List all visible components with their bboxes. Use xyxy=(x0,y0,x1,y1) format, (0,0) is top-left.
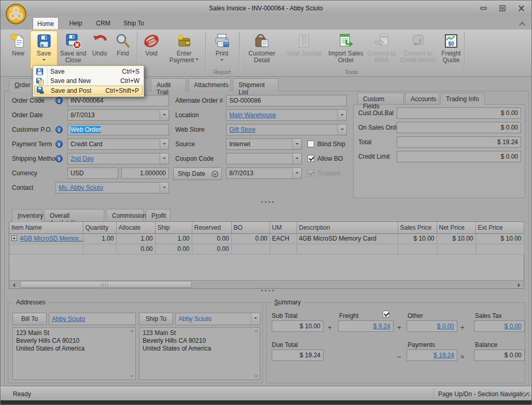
allow-bo-checkbox[interactable] xyxy=(307,155,314,162)
payments-field[interactable]: $ 19.24 xyxy=(407,350,457,361)
freight-quote-button[interactable]: $0 Freight Quote xyxy=(439,31,463,69)
tab-overall-availability[interactable]: Overall Availability xyxy=(44,209,104,222)
print-button[interactable]: Print xyxy=(208,31,235,69)
ribbon-tab-crm[interactable]: CRM xyxy=(91,17,116,30)
tab-profit[interactable]: Profit xyxy=(146,209,171,222)
scroll-down-icon[interactable] xyxy=(130,375,134,378)
ribbon-tab-ship-to[interactable]: Ship To xyxy=(119,17,149,30)
enter-payment-button[interactable]: Enter Payment xyxy=(164,31,204,69)
bill-to-name-field[interactable]: Abby Sciuto xyxy=(49,313,136,325)
save-and-close-button[interactable]: Save and Close xyxy=(59,31,88,69)
col-sales-price[interactable]: Sales Price xyxy=(398,222,437,233)
payment-term-combo[interactable]: Credit Card xyxy=(67,138,169,150)
import-sales-order-button[interactable]: Import Sales Order xyxy=(326,31,366,69)
dropdown-arrow-icon[interactable] xyxy=(251,313,260,325)
dropdown-arrow-icon[interactable] xyxy=(160,139,169,149)
menu-item-save[interactable]: Save Ctrl+S xyxy=(34,67,143,76)
ship-date-combo[interactable]: 8/7/2013 xyxy=(226,167,302,179)
ship-to-name-combo[interactable]: Abby Sciuto xyxy=(175,313,260,325)
shipping-method-info-icon[interactable] xyxy=(55,155,63,162)
grid-header-row[interactable]: Item Name Quantity Allocate Ship Reserve… xyxy=(9,222,524,233)
scroll-right-arrow-icon[interactable] xyxy=(516,281,524,288)
new-button[interactable]: New xyxy=(8,31,29,69)
scrollbar-thumb[interactable] xyxy=(20,281,192,288)
source-combo[interactable]: Internet xyxy=(226,138,302,150)
void-button[interactable]: VOID Void xyxy=(139,31,163,69)
contact-combo[interactable]: Ms. Abby Sciuto xyxy=(55,182,169,193)
menu-item-save-and-post[interactable]: Save and Post Ctrl+Shift+P xyxy=(34,86,143,95)
location-combo[interactable]: Main Warehouse xyxy=(226,109,347,121)
exchange-rate-field[interactable]: 1.000000 xyxy=(121,167,169,179)
dropdown-arrow-icon[interactable] xyxy=(160,153,169,164)
col-ship[interactable]: Ship xyxy=(155,222,192,233)
ship-to-button[interactable]: Ship To xyxy=(139,313,173,325)
bill-to-address-box[interactable]: 123 Main St Beverly Hills CA 90210 Unite… xyxy=(12,327,136,380)
dropdown-arrow-icon[interactable] xyxy=(292,168,301,178)
horizontal-splitter-handle[interactable] xyxy=(261,201,275,203)
col-quantity[interactable]: Quantity xyxy=(83,222,116,233)
col-ext-price[interactable]: Ext Price xyxy=(475,222,524,233)
ribbon-tab-home[interactable]: Home xyxy=(33,17,59,30)
undo-button[interactable]: Undo xyxy=(88,31,111,69)
col-um[interactable]: UM xyxy=(270,222,297,233)
app-logo[interactable] xyxy=(4,2,28,26)
restore-button[interactable] xyxy=(497,4,508,12)
col-bo[interactable]: BO xyxy=(231,222,270,233)
scroll-left-arrow-icon[interactable] xyxy=(9,281,17,288)
resize-grip[interactable] xyxy=(523,392,530,399)
tab-audit-trail[interactable]: Audit Trail xyxy=(151,78,186,91)
minimize-button[interactable] xyxy=(479,4,489,12)
scroll-up-icon[interactable] xyxy=(254,330,258,332)
dropdown-arrow-icon[interactable] xyxy=(338,110,346,120)
col-item-name[interactable]: Item Name xyxy=(9,222,83,233)
tab-inventory[interactable]: Inventory xyxy=(12,209,42,222)
col-description[interactable]: Description xyxy=(297,222,398,233)
dropdown-arrow-icon[interactable] xyxy=(160,183,169,193)
dropdown-arrow-icon[interactable] xyxy=(292,153,301,164)
payment-term-info-icon[interactable] xyxy=(55,141,63,148)
customer-po-field[interactable]: Web Order xyxy=(67,124,169,135)
ribbon-tab-help[interactable]: Help xyxy=(64,17,88,30)
customer-detail-button[interactable]: Customer Detail xyxy=(242,31,282,69)
tab-attachments[interactable]: Attachments xyxy=(188,78,231,91)
bill-to-button[interactable]: Bill To xyxy=(12,313,47,325)
collapse-ribbon-button[interactable] xyxy=(519,20,525,27)
dropdown-arrow-icon[interactable] xyxy=(292,139,301,149)
blind-ship-checkbox[interactable] xyxy=(307,141,314,147)
col-net-price[interactable]: Net Price xyxy=(437,222,475,233)
dropdown-arrow-icon[interactable] xyxy=(338,124,346,135)
horizontal-scrollbar[interactable] xyxy=(9,280,524,288)
find-button[interactable]: Find xyxy=(111,31,134,69)
currency-field[interactable]: USD xyxy=(67,167,118,179)
coupon-code-combo[interactable] xyxy=(226,153,302,164)
ship-to-address-box[interactable]: 123 Main St Beverly Hills CA 90210 Unite… xyxy=(139,327,260,380)
close-button[interactable] xyxy=(516,4,526,12)
col-reserved[interactable]: Reserved xyxy=(192,222,231,233)
tab-shipment-list[interactable]: Shipment List xyxy=(233,78,278,91)
tab-custom-fields[interactable]: Custom Fields xyxy=(357,93,404,104)
scroll-up-icon[interactable] xyxy=(130,330,134,332)
scroll-down-icon[interactable] xyxy=(254,375,258,378)
customer-po-info-icon[interactable] xyxy=(55,126,63,133)
menu-item-save-and-new[interactable]: Save and New Ctrl+W xyxy=(34,76,143,86)
tab-accounts[interactable]: Accounts xyxy=(405,93,439,104)
order-code-info-icon[interactable] xyxy=(55,97,63,104)
web-store-combo[interactable]: Gift Store xyxy=(226,124,347,135)
alternate-order-field[interactable]: SO-000086 xyxy=(226,95,347,106)
save-button[interactable]: Save xyxy=(30,31,58,69)
freight-checkbox[interactable] xyxy=(383,311,389,317)
dropdown-arrow-icon[interactable] xyxy=(160,110,169,120)
sales-tax-field[interactable]: $ 0.00 xyxy=(474,320,525,332)
other-field[interactable]: $ 0.00 xyxy=(407,320,457,332)
tab-commission[interactable]: Commission xyxy=(106,209,144,222)
grid-row-1[interactable]: 4GB MicroSD Memor... 1.00 1.00 1.00 0.00… xyxy=(9,233,524,244)
order-date-combo[interactable]: 8/7/2013 xyxy=(67,109,169,121)
freight-field[interactable]: $ 9.24 xyxy=(338,320,394,332)
ship-date-button[interactable]: Ship Date xyxy=(173,167,222,180)
col-allocate[interactable]: Allocate xyxy=(116,222,155,233)
tab-trading-info[interactable]: Trading Info xyxy=(440,93,485,105)
item-name-link[interactable]: 4GB MicroSD Memor... xyxy=(20,235,83,242)
shipping-method-combo[interactable]: 2nd Day xyxy=(67,153,169,164)
horizontal-splitter-handle[interactable] xyxy=(261,290,275,291)
expand-row-icon[interactable] xyxy=(11,235,17,241)
